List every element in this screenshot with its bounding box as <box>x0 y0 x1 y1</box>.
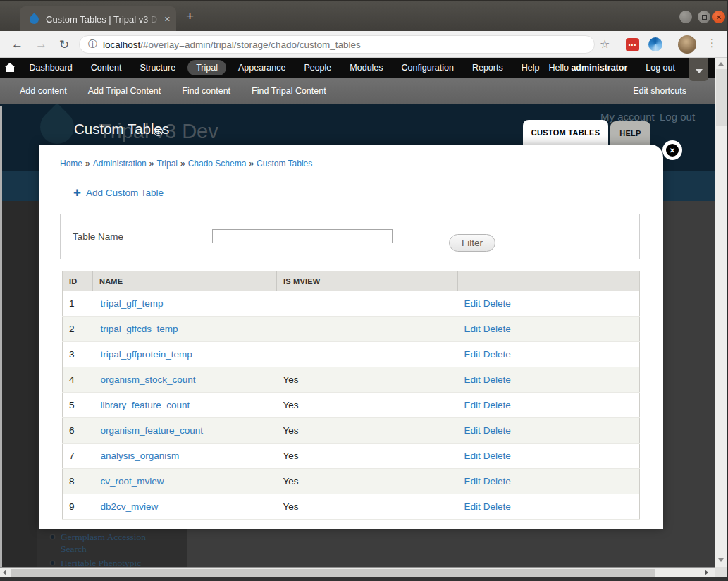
table-name-input[interactable] <box>212 229 393 243</box>
edit-link[interactable]: Edit <box>464 298 481 309</box>
shortcut-add-tripal-content[interactable]: Add Tripal Content <box>78 86 172 96</box>
toolbar-item-content[interactable]: Content <box>82 60 131 75</box>
browser-tab[interactable]: Custom Tables | Tripal v3 D ✕ <box>20 6 176 32</box>
toolbar-toggle-button[interactable] <box>689 58 708 81</box>
edit-link[interactable]: Edit <box>464 476 481 487</box>
overlay-close-button[interactable]: ✕ <box>666 144 679 157</box>
cell-is-mview <box>277 291 458 317</box>
edit-link[interactable]: Edit <box>464 400 481 410</box>
site-logout-link[interactable]: Log out <box>660 111 695 123</box>
table-name-link[interactable]: organism_stock_count <box>101 374 196 385</box>
window-maximize-button[interactable] <box>698 11 710 23</box>
vertical-scrollbar[interactable] <box>715 58 728 567</box>
cell-id: 4 <box>63 367 93 393</box>
edit-link[interactable]: Edit <box>464 451 481 461</box>
edit-link[interactable]: Edit <box>464 501 481 512</box>
filter-button[interactable]: Filter <box>449 234 495 252</box>
breadcrumb-chado-schema[interactable]: Chado Schema <box>188 159 247 169</box>
table-name-link[interactable]: organism_feature_count <box>101 425 204 436</box>
window-minimize-button[interactable]: — <box>679 11 692 23</box>
bookmark-star-icon[interactable]: ☆ <box>600 37 610 51</box>
edit-link[interactable]: Edit <box>464 349 481 360</box>
toolbar-item-modules[interactable]: Modules <box>340 60 392 75</box>
maximize-icon <box>702 15 707 20</box>
cell-is-mview: Yes <box>277 393 458 418</box>
edit-link[interactable]: Edit <box>464 374 481 385</box>
tab-close-icon[interactable]: ✕ <box>164 15 171 24</box>
window-close-button[interactable]: ✕ <box>712 11 725 23</box>
table-name-link[interactable]: tripal_gffprotein_temp <box>101 349 192 360</box>
toolbar-item-people[interactable]: People <box>295 60 340 75</box>
delete-link[interactable]: Delete <box>483 451 511 461</box>
breadcrumb-administration[interactable]: Administration <box>93 159 147 169</box>
table-name-link[interactable]: db2cv_mview <box>101 501 159 512</box>
cell-is-mview: Yes <box>277 418 458 444</box>
scroll-right-icon[interactable] <box>705 570 708 575</box>
horizontal-scrollbar[interactable] <box>0 567 715 577</box>
cell-id: 3 <box>63 342 93 367</box>
profile-avatar[interactable] <box>678 35 696 54</box>
delete-link[interactable]: Delete <box>483 298 511 309</box>
toolbar-item-reports[interactable]: Reports <box>463 60 512 75</box>
edit-shortcuts-link[interactable]: Edit shortcuts <box>633 86 715 96</box>
delete-link[interactable]: Delete <box>483 349 511 360</box>
edit-link[interactable]: Edit <box>464 425 481 436</box>
shortcut-find-tripal-content[interactable]: Find Tripal Content <box>241 86 337 96</box>
table-name-link[interactable]: tripal_gffcds_temp <box>101 324 178 334</box>
breadcrumb-home[interactable]: Home <box>60 159 82 169</box>
table-name-link[interactable]: cv_root_mview <box>101 476 164 487</box>
table-header-row: ID NAME IS MVIEW <box>63 271 640 291</box>
tab-custom-tables[interactable]: CUSTOM TABLES <box>523 120 608 145</box>
toolbar-item-configuration[interactable]: Configuration <box>393 60 463 75</box>
vertical-scroll-thumb[interactable] <box>716 69 727 126</box>
sidebar-item-heritable-phenotypic[interactable]: Heritable Phenotypic <box>49 557 155 567</box>
browser-extension-icon[interactable] <box>648 37 662 51</box>
cell-id: 6 <box>63 418 93 444</box>
sidebar-item-germplasm-accession-search[interactable]: Germplasm Accession Search <box>49 531 155 555</box>
toolbar-item-tripal[interactable]: Tripal <box>187 60 226 75</box>
toolbar-item-help[interactable]: Help <box>512 60 549 75</box>
new-tab-button[interactable]: + <box>186 8 194 24</box>
back-icon[interactable]: ← <box>11 37 23 51</box>
delete-link[interactable]: Delete <box>483 324 511 334</box>
delete-link[interactable]: Delete <box>483 501 511 512</box>
table-name-link[interactable]: tripal_gff_temp <box>101 298 164 309</box>
delete-link[interactable]: Delete <box>483 476 511 487</box>
scroll-up-icon[interactable] <box>718 62 724 66</box>
tab-help[interactable]: HELP <box>610 121 650 145</box>
toolbar-item-dashboard[interactable]: Dashboard <box>20 60 82 75</box>
home-icon[interactable] <box>0 63 20 72</box>
delete-link[interactable]: Delete <box>483 374 511 385</box>
horizontal-scroll-thumb[interactable] <box>11 569 655 577</box>
shortcut-add-content[interactable]: Add content <box>9 86 78 96</box>
add-custom-table-link[interactable]: Add Custom Table <box>86 188 164 198</box>
add-shortcut-icon[interactable]: + <box>154 127 163 136</box>
greeting-text: Hello administrator <box>548 63 627 73</box>
toolbar-logout-link[interactable]: Log out <box>646 63 675 73</box>
toolbar-item-structure[interactable]: Structure <box>130 60 185 75</box>
cell-is-mview: Yes <box>277 444 458 469</box>
address-bar[interactable]: ⓘ localhost/#overlay=admin/tripal/storag… <box>79 35 595 54</box>
delete-link[interactable]: Delete <box>483 425 511 436</box>
breadcrumb-tripal[interactable]: Tripal <box>156 159 178 169</box>
delete-link[interactable]: Delete <box>483 400 511 410</box>
password-extension-icon[interactable]: ••• <box>626 38 639 51</box>
browser-menu-icon[interactable]: ⋮ <box>707 37 717 49</box>
cell-id: 5 <box>63 393 93 418</box>
scroll-down-icon[interactable] <box>718 558 724 562</box>
column-header-name: NAME <box>93 271 277 291</box>
page-info-icon[interactable]: ⓘ <box>88 38 97 51</box>
cell-id: 2 <box>63 317 93 342</box>
sidebar-link-list: Germplasm Accession Search Heritable Phe… <box>49 531 155 567</box>
reload-icon[interactable]: ↻ <box>59 37 69 52</box>
table-name-link[interactable]: library_feature_count <box>101 400 190 410</box>
scroll-left-icon[interactable] <box>3 570 6 575</box>
table-row: 6 organism_feature_count Yes EditDelete <box>63 418 640 444</box>
edit-link[interactable]: Edit <box>464 324 481 334</box>
breadcrumb-custom-tables[interactable]: Custom Tables <box>257 159 312 169</box>
forward-icon[interactable]: → <box>35 37 47 51</box>
breadcrumb: Home»Administration»Tripal»Chado Schema»… <box>60 159 312 169</box>
table-name-link[interactable]: analysis_organism <box>101 451 180 461</box>
toolbar-item-appearance[interactable]: Appearance <box>229 60 295 75</box>
shortcut-find-content[interactable]: Find content <box>171 86 241 96</box>
